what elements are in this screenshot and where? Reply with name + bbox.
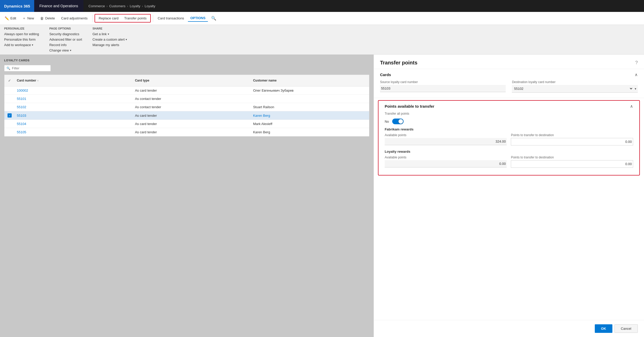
cards-section-header: Cards ∧	[380, 72, 638, 77]
trash-icon: 🗑	[40, 16, 44, 20]
card-number-header[interactable]: Card number ↑	[15, 76, 133, 85]
filter-icon: 🔍	[6, 67, 10, 70]
dynamics-logo[interactable]: Dynamics 365	[0, 0, 34, 12]
breadcrumb: Commerce › Customers › Loyalty › Loyalty	[83, 4, 161, 8]
card-number-cell[interactable]: 100002	[15, 86, 133, 94]
table-row[interactable]: 55101 As contact tender	[4, 95, 369, 103]
brand-area: Dynamics 365 Finance and Operations	[0, 0, 83, 12]
card-type-cell: As contact tender	[133, 103, 251, 111]
header-checkbox[interactable]: ✓	[8, 78, 11, 83]
card-type-cell: As card tender	[133, 128, 251, 136]
row-check-cell	[4, 120, 15, 128]
action-bar: ✏️ Edit ＋ New 🗑 Delete Card adjustments …	[0, 12, 644, 25]
fabrikam-available-input	[385, 138, 507, 145]
card-adjustments-button[interactable]: Card adjustments	[59, 15, 90, 21]
select-dropdown-icon: ▾	[633, 87, 638, 91]
customer-name-cell: Stuart Railson	[251, 103, 369, 111]
ok-button[interactable]: OK	[595, 324, 612, 333]
card-number-cell[interactable]: 55104	[15, 120, 133, 128]
always-open-link[interactable]: Always open for editing	[4, 32, 39, 36]
dialog-title: Transfer points	[380, 60, 417, 66]
manage-alerts-link[interactable]: Manage my alerts	[92, 43, 127, 47]
card-number-cell[interactable]: 55105	[15, 128, 133, 136]
table-row[interactable]: 100002 As card tender Олег Евгеньевич Зу…	[4, 86, 369, 95]
main-content: LOYALTY CARDS 🔍 ✓ Card number ↑ Card typ…	[0, 55, 644, 337]
transfer-all-row: Transfer all points	[385, 112, 633, 115]
advanced-filter-link[interactable]: Advanced filter or sort	[49, 38, 82, 41]
table-row-selected[interactable]: ✓ 55103 As card tender Karen Berg	[4, 111, 369, 120]
transfer-all-toggle[interactable]	[392, 119, 404, 124]
loyalty-transfer-input[interactable]	[511, 160, 633, 168]
transfer-points-tab[interactable]: Transfer points	[122, 15, 149, 21]
transfer-all-label: Transfer all points	[385, 112, 409, 115]
card-transactions-tab[interactable]: Card transactions	[155, 15, 187, 21]
add-to-workspace-link[interactable]: Add to workspace ▾	[4, 43, 39, 47]
personalize-section: PERSONALIZE Always open for editing Pers…	[4, 27, 39, 47]
get-a-link-link[interactable]: Get a link ▾	[92, 32, 127, 36]
card-type-cell: As contact tender	[133, 95, 251, 103]
cards-form-row: Source loyalty card number Destination l…	[380, 80, 638, 93]
dropdown-menu-bar: PERSONALIZE Always open for editing Pers…	[0, 25, 644, 55]
table-row[interactable]: 55105 As card tender Karen Berg	[4, 128, 369, 136]
loyalty-points-row: Available points Points to transfer to d…	[385, 156, 633, 168]
breadcrumb-commerce[interactable]: Commerce	[89, 4, 105, 8]
row-check-cell	[4, 95, 15, 103]
filter-bar: 🔍	[4, 65, 51, 71]
row-check-cell	[4, 128, 15, 136]
destination-card-label: Destination loyalty card number	[512, 80, 638, 84]
points-section: Points available to transfer ∧ Transfer …	[378, 100, 640, 175]
customer-name-cell[interactable]: Karen Berg	[251, 111, 369, 120]
fo-title[interactable]: Finance and Operations	[34, 0, 83, 12]
source-card-input[interactable]	[380, 85, 506, 92]
card-number-cell[interactable]: 55102	[15, 103, 133, 111]
table-row[interactable]: 55102 As contact tender Stuart Railson	[4, 103, 369, 111]
destination-select-wrapper: 55102 55101 100002 ▾	[512, 85, 638, 93]
change-view-link[interactable]: Change view ▾	[49, 48, 82, 52]
replace-card-tab[interactable]: Replace card	[96, 15, 121, 21]
edit-button[interactable]: ✏️ Edit	[2, 15, 19, 22]
breadcrumb-loyalty[interactable]: Loyalty	[130, 4, 140, 8]
table-row[interactable]: 55104 As card tender Mark Alexieff	[4, 120, 369, 128]
points-collapse-icon[interactable]: ∧	[630, 104, 633, 109]
card-type-cell: As card tender	[133, 111, 251, 120]
personalize-title: PERSONALIZE	[4, 27, 39, 30]
cancel-button[interactable]: Cancel	[614, 324, 638, 333]
breadcrumb-customers[interactable]: Customers	[109, 4, 125, 8]
cards-collapse-icon[interactable]: ∧	[635, 72, 638, 77]
record-info-link[interactable]: Record info	[49, 43, 82, 47]
delete-button[interactable]: 🗑 Delete	[38, 15, 58, 22]
card-number-cell[interactable]: 55103	[15, 111, 133, 120]
header-check-cell: ✓	[4, 76, 15, 85]
customer-name-cell	[251, 95, 369, 103]
security-diagnostics-link[interactable]: Security diagnostics	[49, 32, 82, 36]
toggle-no-label: No	[385, 120, 389, 123]
row-check-cell	[4, 103, 15, 111]
divider2	[153, 15, 153, 22]
left-panel: LOYALTY CARDS 🔍 ✓ Card number ↑ Card typ…	[0, 55, 374, 337]
card-type-header[interactable]: Card type	[133, 76, 251, 85]
points-section-header: Points available to transfer ∧	[385, 104, 633, 109]
create-alert-link[interactable]: Create a custom alert ▾	[92, 38, 127, 41]
filter-input[interactable]	[12, 66, 48, 70]
card-number-cell[interactable]: 55101	[15, 95, 133, 103]
toggle-knob	[398, 119, 403, 124]
breadcrumb-loyalty2[interactable]: Loyalty	[145, 4, 155, 8]
customer-name-header[interactable]: Customer name	[251, 76, 369, 85]
fabrikam-transfer-label: Points to transfer to destination	[511, 133, 633, 137]
dialog-help-icon[interactable]: ?	[635, 60, 638, 65]
options-tab[interactable]: OPTIONS	[188, 15, 208, 22]
loyalty-available-group: Available points	[385, 156, 507, 168]
destination-card-select[interactable]: 55102 55101 100002	[512, 85, 633, 92]
row-check-cell-selected: ✓	[4, 111, 15, 120]
loyalty-cards-title: LOYALTY CARDS	[4, 59, 369, 62]
edit-icon: ✏️	[5, 16, 9, 20]
new-button[interactable]: ＋ New	[20, 15, 37, 22]
divider	[92, 15, 92, 22]
fabrikam-transfer-input[interactable]	[511, 138, 633, 145]
loyalty-available-label: Available points	[385, 156, 507, 159]
customer-name-cell: Karen Berg	[251, 128, 369, 136]
destination-card-group: Destination loyalty card number 55102 55…	[512, 80, 638, 93]
personalize-form-link[interactable]: Personalize this form	[4, 38, 39, 41]
row-check-cell	[4, 86, 15, 94]
search-icon[interactable]: 🔍	[211, 16, 216, 21]
